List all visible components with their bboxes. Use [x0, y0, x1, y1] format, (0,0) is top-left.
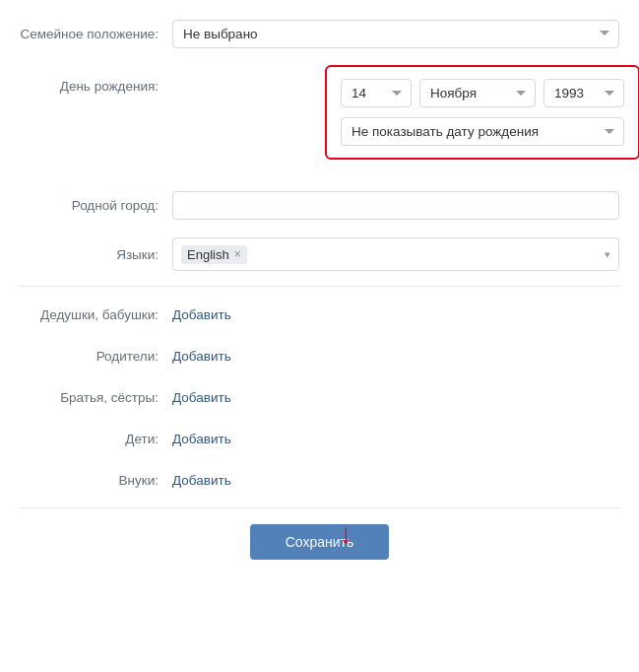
birthday-month-select[interactable]: Ноября ЯнваряФевраляМарта АпреляМаяИюня …	[419, 79, 536, 107]
siblings-add-link[interactable]: Добавить	[172, 390, 231, 405]
languages-select[interactable]: English × ▾	[172, 237, 619, 271]
birthday-day-select[interactable]: 14 1234 5678 9101112 13151617 18192021 2…	[341, 79, 412, 107]
languages-row: Языки: English × ▾	[20, 236, 619, 272]
marital-status-row: Семейное положение: Не выбрано Не женат/…	[20, 16, 619, 51]
birthday-right: 14 1234 5678 9101112 13151617 18192021 2…	[172, 65, 639, 173]
birthday-visibility-select[interactable]: Не показывать дату рождения Показывать д…	[341, 117, 624, 146]
hometown-input[interactable]	[172, 191, 619, 220]
hometown-row: Родной город:	[20, 187, 619, 223]
language-tag-english-remove[interactable]: ×	[234, 247, 241, 261]
birthday-year-select[interactable]: 1993 199219911990 198919881987 198619851…	[543, 79, 624, 107]
grandchildren-add-link[interactable]: Добавить	[172, 473, 231, 488]
grandparents-add-link[interactable]: Добавить	[172, 307, 231, 322]
marital-status-label: Семейное положение:	[20, 27, 172, 41]
parents-row: Родители: Добавить	[20, 342, 619, 370]
grandparents-label: Дедушки, бабушки:	[20, 307, 172, 322]
parents-label: Родители:	[20, 349, 172, 364]
siblings-label: Братья, сёстры:	[20, 390, 172, 405]
birthday-visibility-row: Не показывать дату рождения Показывать д…	[341, 117, 624, 146]
languages-label: Языки:	[20, 247, 172, 262]
language-tag-english: English ×	[181, 245, 247, 264]
children-row: Дети: Добавить	[20, 425, 619, 452]
section-divider	[20, 286, 619, 287]
profile-form: Семейное положение: Не выбрано Не женат/…	[0, 0, 639, 575]
siblings-row: Братья, сёстры: Добавить	[20, 383, 619, 411]
language-tag-english-text: English	[187, 247, 229, 262]
hometown-label: Родной город:	[20, 198, 172, 213]
birthday-section: День рождения: 14 1234 5678 9101112 1315…	[20, 65, 619, 173]
marital-status-select[interactable]: Не выбрано Не женат/не замужем Встречаюс…	[172, 20, 619, 48]
marital-status-control: Не выбрано Не женат/не замужем Встречаюс…	[172, 20, 619, 48]
parents-add-link[interactable]: Добавить	[172, 349, 231, 364]
birthday-label: День рождения:	[20, 65, 172, 94]
languages-control: English × ▾	[172, 237, 619, 271]
grandchildren-label: Внуки:	[20, 473, 172, 488]
save-button[interactable]: Сохранить	[250, 524, 390, 560]
hometown-control	[172, 191, 619, 220]
children-label: Дети:	[20, 432, 172, 446]
children-add-link[interactable]: Добавить	[172, 432, 231, 446]
save-section: ↓ Сохранить	[20, 507, 619, 560]
grandchildren-row: Внуки: Добавить	[20, 466, 619, 494]
languages-chevron-icon: ▾	[605, 248, 610, 261]
grandparents-row: Дедушки, бабушки: Добавить	[20, 301, 619, 328]
birthday-box: 14 1234 5678 9101112 13151617 18192021 2…	[325, 65, 639, 160]
save-arrow-icon: ↓	[340, 518, 353, 550]
birthday-selects: 14 1234 5678 9101112 13151617 18192021 2…	[341, 79, 624, 107]
